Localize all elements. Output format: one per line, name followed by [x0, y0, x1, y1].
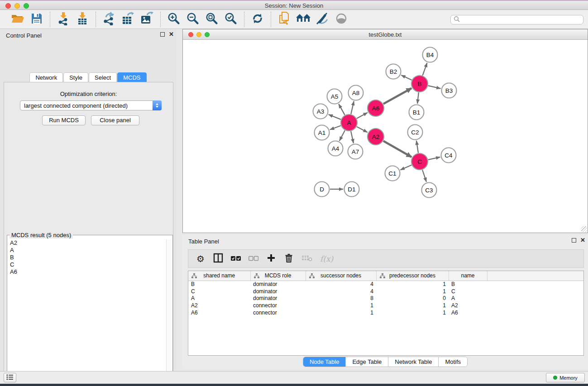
- table-row[interactable]: A6connector11A6: [188, 309, 584, 316]
- cell[interactable]: dominator: [250, 288, 306, 295]
- cell[interactable]: B: [188, 281, 250, 288]
- cell[interactable]: 1: [376, 281, 449, 288]
- delete-table-button[interactable]: [301, 253, 312, 265]
- cell[interactable]: 4: [306, 281, 376, 288]
- float-panel-icon[interactable]: [160, 32, 165, 37]
- edge-C-C1[interactable]: [400, 165, 411, 170]
- column-header-shared-name[interactable]: shared name: [188, 271, 250, 281]
- edge-A-A4[interactable]: [339, 130, 345, 141]
- zoom-in-button[interactable]: [166, 11, 182, 28]
- cell[interactable]: A2: [188, 302, 250, 309]
- close-panel-icon[interactable]: ✕: [169, 32, 174, 37]
- mcds-result-item[interactable]: A2: [8, 239, 166, 247]
- show-graphics-details-button[interactable]: [333, 11, 349, 28]
- cell[interactable]: A: [449, 295, 487, 302]
- network-graph[interactable]: B4B2BB3A8A5A6A3B1AC2A1A2A4A7C4CC1C3DD1: [183, 40, 588, 233]
- cell[interactable]: 1: [306, 309, 376, 316]
- tab-mcds[interactable]: MCDS: [117, 72, 146, 83]
- cell[interactable]: 1: [376, 309, 449, 316]
- run-mcds-button[interactable]: Run MCDS: [42, 115, 86, 125]
- mcds-result-item[interactable]: C: [8, 261, 166, 268]
- cell[interactable]: 0: [376, 295, 449, 302]
- cell[interactable]: 1: [376, 288, 449, 295]
- show-column-button[interactable]: [213, 253, 223, 265]
- cell[interactable]: A6: [449, 309, 487, 316]
- function-builder-button[interactable]: f(x): [320, 253, 333, 265]
- search-field[interactable]: [450, 15, 583, 24]
- add-column-button[interactable]: [266, 253, 276, 265]
- cell[interactable]: C: [188, 288, 250, 295]
- network-window-titlebar[interactable]: testGlobe.txt: [183, 29, 588, 40]
- edge-A-A8[interactable]: [351, 101, 354, 114]
- cell[interactable]: C: [449, 288, 487, 295]
- cell[interactable]: 8: [306, 295, 376, 302]
- table-row[interactable]: Cdominator41C: [188, 288, 584, 295]
- edge-A-A6[interactable]: [357, 113, 368, 119]
- task-history-button[interactable]: [4, 373, 16, 382]
- home-button[interactable]: [295, 11, 311, 28]
- hide-annotations-button[interactable]: [314, 11, 330, 28]
- node-table[interactable]: shared nameMCDS rolesuccessor nodesprede…: [188, 271, 584, 356]
- tab-select[interactable]: Select: [89, 72, 117, 83]
- edge-C-C4[interactable]: [428, 157, 440, 160]
- column-header-mcds-role[interactable]: MCDS role: [250, 271, 306, 281]
- cell[interactable]: connector: [250, 309, 306, 316]
- cell[interactable]: 4: [306, 288, 376, 295]
- zoom-fit-button[interactable]: [204, 11, 220, 28]
- cell[interactable]: A6: [188, 309, 250, 316]
- delete-column-button[interactable]: [284, 253, 294, 265]
- criterion-select[interactable]: largest connected component (directed): [20, 100, 162, 110]
- edge-A6-B[interactable]: [383, 88, 411, 104]
- tab-network[interactable]: Network: [29, 72, 63, 83]
- cell[interactable]: 1: [306, 302, 376, 309]
- export-table-button[interactable]: [120, 11, 136, 28]
- close-table-panel-icon[interactable]: ✕: [580, 238, 585, 243]
- mcds-result-item[interactable]: A: [8, 247, 166, 254]
- edge-A-A1[interactable]: [330, 126, 341, 130]
- edge-B-B2[interactable]: [401, 75, 411, 80]
- search-input[interactable]: [462, 17, 583, 23]
- edge-A-A5[interactable]: [339, 104, 344, 115]
- edge-A-A3[interactable]: [329, 114, 341, 119]
- table-row[interactable]: Adominator80A: [188, 295, 584, 302]
- mcds-result-item[interactable]: A6: [8, 268, 166, 276]
- cell[interactable]: dominator: [250, 295, 306, 302]
- tab-motifs[interactable]: Motifs: [439, 357, 467, 367]
- save-session-button[interactable]: [29, 11, 45, 28]
- table-row[interactable]: A2connector11A2: [188, 302, 584, 309]
- edge-B-B4[interactable]: [423, 63, 427, 76]
- tab-network-table[interactable]: Network Table: [388, 357, 439, 367]
- edge-B-B3[interactable]: [428, 86, 440, 88]
- column-header-successor-nodes[interactable]: successor nodes: [306, 271, 376, 281]
- select-all-button[interactable]: [231, 253, 241, 265]
- export-image-button[interactable]: [139, 11, 155, 28]
- cell[interactable]: connector: [250, 302, 306, 309]
- edge-B-B1[interactable]: [417, 92, 419, 104]
- tab-style[interactable]: Style: [63, 72, 88, 83]
- import-table-button[interactable]: [74, 11, 91, 28]
- column-header-name[interactable]: name: [449, 271, 487, 281]
- edge-C-C2[interactable]: [416, 141, 418, 153]
- tab-node-table[interactable]: Node Table: [303, 357, 346, 367]
- cell[interactable]: dominator: [250, 281, 306, 288]
- cell[interactable]: A2: [449, 302, 487, 309]
- window-resize-grip[interactable]: [581, 226, 587, 232]
- table-row[interactable]: Bdominator41B: [188, 281, 584, 288]
- float-table-panel-icon[interactable]: [572, 238, 576, 243]
- cell[interactable]: A: [188, 295, 250, 302]
- import-network-button[interactable]: [55, 11, 72, 28]
- table-settings-button[interactable]: ⚙: [196, 253, 206, 265]
- refresh-layout-button[interactable]: [249, 11, 266, 28]
- export-network-button[interactable]: [101, 11, 117, 28]
- edge-C-C3[interactable]: [422, 170, 426, 181]
- zoom-out-button[interactable]: [185, 11, 201, 28]
- cell[interactable]: 1: [376, 302, 449, 309]
- edge-A2-C[interactable]: [383, 141, 411, 157]
- clone-network-button[interactable]: [276, 11, 292, 28]
- memory-button[interactable]: Memory: [546, 373, 585, 382]
- edge-A-A2[interactable]: [357, 127, 368, 132]
- mcds-result-item[interactable]: B: [8, 254, 166, 261]
- deselect-all-button[interactable]: [249, 253, 258, 265]
- column-header-predecessor-nodes[interactable]: predecessor nodes: [376, 271, 449, 281]
- mcds-result-list[interactable]: A2ABCA6: [8, 239, 166, 386]
